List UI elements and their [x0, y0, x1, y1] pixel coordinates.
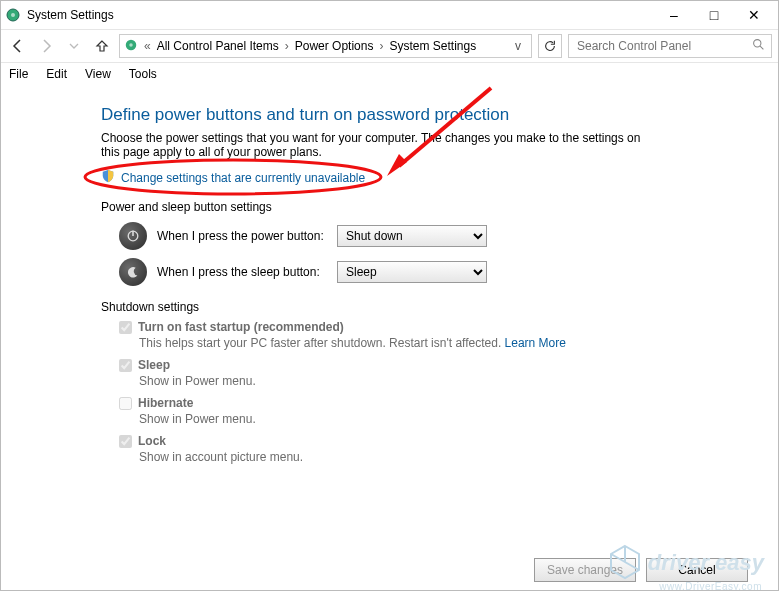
sleep-desc: Show in Power menu.: [139, 374, 758, 388]
breadcrumb[interactable]: Power Options: [295, 39, 374, 53]
fast-startup-label: Turn on fast startup (recommended): [138, 320, 344, 334]
sleep-button-select[interactable]: Do nothingSleepHibernateShut downTurn of…: [337, 261, 487, 283]
svg-point-1: [11, 13, 15, 17]
save-button[interactable]: Save changes: [534, 558, 636, 582]
sleep-button-label: When I press the sleep button:: [157, 265, 327, 279]
hibernate-checkbox[interactable]: [119, 397, 132, 410]
shield-icon: [101, 169, 115, 186]
section-power-sleep: Power and sleep button settings: [101, 200, 758, 214]
page-intro: Choose the power settings that you want …: [101, 131, 661, 159]
fast-startup-desc: This helps start your PC faster after sh…: [139, 336, 505, 350]
lock-checkbox[interactable]: [119, 435, 132, 448]
breadcrumb[interactable]: All Control Panel Items: [157, 39, 279, 53]
sleep-label: Sleep: [138, 358, 170, 372]
section-shutdown: Shutdown settings: [101, 300, 758, 314]
menu-tools[interactable]: Tools: [129, 67, 157, 81]
sleep-checkbox[interactable]: [119, 359, 132, 372]
back-button[interactable]: [7, 35, 29, 57]
chevron-right-icon[interactable]: ›: [283, 39, 291, 53]
svg-point-3: [129, 43, 133, 47]
search-box[interactable]: [568, 34, 772, 58]
breadcrumb[interactable]: System Settings: [389, 39, 476, 53]
app-icon: [5, 7, 21, 23]
search-icon[interactable]: [752, 38, 765, 54]
address-bar[interactable]: « All Control Panel Items › Power Option…: [119, 34, 532, 58]
fast-startup-checkbox[interactable]: [119, 321, 132, 334]
power-button-label: When I press the power button:: [157, 229, 327, 243]
power-icon: [119, 222, 147, 250]
close-button[interactable]: ✕: [734, 1, 774, 29]
breadcrumb-sep: «: [142, 39, 153, 53]
power-button-select[interactable]: Do nothingSleepHibernateShut downTurn of…: [337, 225, 487, 247]
hibernate-desc: Show in Power menu.: [139, 412, 758, 426]
change-settings-link[interactable]: Change settings that are currently unava…: [121, 171, 365, 185]
lock-desc: Show in account picture menu.: [139, 450, 758, 464]
recent-dropdown-icon[interactable]: [63, 35, 85, 57]
lock-label: Lock: [138, 434, 166, 448]
address-dropdown-icon[interactable]: v: [509, 39, 527, 53]
minimize-button[interactable]: –: [654, 1, 694, 29]
maximize-button[interactable]: □: [694, 1, 734, 29]
menu-file[interactable]: File: [9, 67, 28, 81]
cancel-button[interactable]: Cancel: [646, 558, 748, 582]
menu-edit[interactable]: Edit: [46, 67, 67, 81]
svg-line-5: [760, 46, 763, 49]
chevron-right-icon[interactable]: ›: [377, 39, 385, 53]
refresh-button[interactable]: [538, 34, 562, 58]
location-icon: [124, 38, 138, 55]
sleep-icon: [119, 258, 147, 286]
search-input[interactable]: [575, 38, 752, 54]
menu-bar: File Edit View Tools: [1, 63, 778, 85]
window-title: System Settings: [27, 8, 654, 22]
menu-view[interactable]: View: [85, 67, 111, 81]
page-title: Define power buttons and turn on passwor…: [101, 105, 758, 125]
svg-point-4: [754, 40, 761, 47]
up-button[interactable]: [91, 35, 113, 57]
learn-more-link[interactable]: Learn More: [505, 336, 566, 350]
hibernate-label: Hibernate: [138, 396, 193, 410]
forward-button[interactable]: [35, 35, 57, 57]
